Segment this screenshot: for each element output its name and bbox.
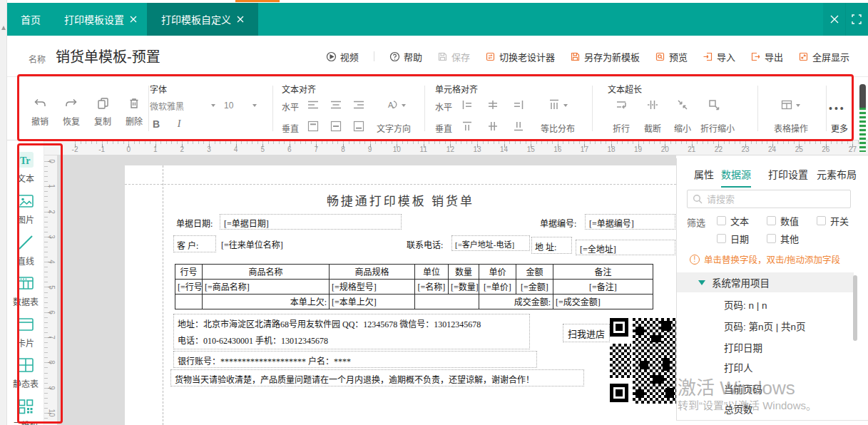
truncate-label[interactable]: 截断 bbox=[642, 122, 663, 134]
cell-align-right-button[interactable] bbox=[512, 98, 525, 111]
cell-unit[interactable]: [=名称] bbox=[415, 280, 449, 295]
tab-print-settings[interactable]: 打印设置 bbox=[768, 167, 808, 186]
wrap-shrink-label[interactable]: 折行缩小 bbox=[695, 122, 740, 134]
sidebar-item-data-table[interactable]: 数据表 bbox=[7, 274, 44, 307]
tab-close-icon[interactable] bbox=[237, 16, 244, 23]
bold-button[interactable]: B bbox=[150, 118, 163, 130]
cell-amount-value[interactable]: [=成交金额] bbox=[553, 295, 653, 309]
save-button[interactable]: 保存 bbox=[437, 50, 470, 63]
left-scroll-strip[interactable] bbox=[0, 0, 7, 425]
cell-align-left-button[interactable] bbox=[461, 98, 474, 111]
filter-date-checkbox[interactable]: 日期 bbox=[717, 232, 749, 245]
tab-home[interactable]: 首页 bbox=[7, 3, 54, 36]
italic-button[interactable]: I bbox=[173, 118, 185, 130]
export-button[interactable]: 导出 bbox=[750, 50, 783, 63]
table-operations-button[interactable] bbox=[780, 98, 793, 111]
template-title[interactable]: 畅捷通打印模板 销货单 bbox=[125, 191, 676, 209]
more-icon[interactable]: ••• bbox=[829, 103, 846, 114]
text-direction-label[interactable]: 文字方向 bbox=[372, 122, 415, 134]
shrink-button[interactable] bbox=[676, 98, 689, 111]
qr-caption[interactable]: 扫我进店 bbox=[563, 324, 610, 342]
filter-other-checkbox[interactable]: 其他 bbox=[767, 232, 799, 245]
chevron-down-icon[interactable] bbox=[796, 104, 800, 107]
cell-product-name[interactable]: [=商品名称] bbox=[203, 280, 330, 295]
qr-code[interactable] bbox=[610, 318, 676, 404]
wrap-button[interactable] bbox=[615, 98, 628, 111]
notice-line[interactable]: 货物当天请验收清楚，产品质量问题请在一个月内退换，逾期概不负责，还望谅解，谢谢合… bbox=[175, 373, 534, 386]
truncate-button[interactable] bbox=[646, 98, 659, 111]
cell-line-no[interactable]: [=行号] bbox=[175, 280, 203, 295]
sidebar-item-qrcode[interactable]: 二维码 bbox=[7, 397, 44, 425]
cell-owe-value[interactable]: [=本单上欠] bbox=[330, 295, 415, 309]
video-button[interactable]: 视频 bbox=[326, 50, 359, 63]
items-table-footer-row[interactable]: 本单上欠: [=本单上欠] 成交金额: [=成交金额] bbox=[175, 295, 653, 309]
field-item-printer[interactable]: 打印人 bbox=[724, 360, 753, 374]
maximize-button[interactable] bbox=[845, 3, 868, 36]
import-button[interactable]: 导入 bbox=[703, 50, 735, 63]
valign-bottom-button[interactable] bbox=[352, 120, 365, 133]
copy-button[interactable]: 复制 bbox=[87, 97, 118, 127]
valign-top-button[interactable] bbox=[307, 120, 320, 133]
field-item-page-of-pages[interactable]: 页码: 第n页 | 共n页 bbox=[724, 319, 806, 333]
tab-close-icon[interactable] bbox=[130, 16, 137, 23]
shrink-label[interactable]: 缩小 bbox=[672, 122, 693, 134]
items-table-field-row[interactable]: [=行号] [=商品名称] [=规格型号] [=名称] [=数量] [=单价] … bbox=[175, 280, 653, 295]
tab-data-source[interactable]: 数据源 bbox=[721, 167, 751, 188]
filter-text-checkbox[interactable]: 文本 bbox=[717, 214, 749, 227]
sidebar-item-image[interactable]: 图片 bbox=[7, 192, 44, 225]
filter-number-checkbox[interactable]: 数值 bbox=[767, 214, 799, 227]
field-search-box[interactable] bbox=[687, 190, 851, 208]
address-field-label[interactable]: 地 址: bbox=[531, 237, 572, 254]
tab-print-template-custom[interactable]: 打印模板自定义 bbox=[147, 3, 258, 36]
wrap-label[interactable]: 折行 bbox=[611, 122, 632, 134]
section-system-common-items[interactable]: 系统常用项目 bbox=[677, 272, 854, 292]
date-field-label[interactable]: 单据日期: bbox=[176, 217, 213, 230]
cell-valign-bottom-button[interactable] bbox=[512, 120, 525, 133]
customer-field-value[interactable]: [=往来单位名称] bbox=[221, 238, 283, 251]
distribute-evenly-label[interactable]: 等比分布 bbox=[536, 122, 579, 134]
phone-field-value[interactable]: [=客户地址-电话] bbox=[451, 235, 530, 251]
bank-account-line[interactable]: 银行账号：******************** 户名：**** bbox=[178, 354, 351, 367]
tab-properties[interactable]: 属性 bbox=[694, 167, 714, 186]
sidebar-item-text[interactable]: Tr 文本 bbox=[7, 150, 44, 184]
cell-remark[interactable]: [=备注] bbox=[553, 280, 653, 295]
template-paper[interactable]: 畅捷通打印模板 销货单 单据日期: [=单据日期] 单据编号: [=单据编号] … bbox=[125, 165, 676, 425]
valign-middle-button[interactable] bbox=[330, 120, 342, 133]
sidebar-item-line[interactable]: 直线 bbox=[7, 233, 44, 267]
company-phone-line[interactable]: 电话：010-62430001 手机：13012345678 bbox=[178, 334, 328, 347]
align-right-button[interactable] bbox=[352, 98, 365, 111]
text-direction-button[interactable]: A bbox=[387, 98, 399, 111]
preview-button[interactable]: 预览 bbox=[655, 50, 688, 63]
company-address-line[interactable]: 地址：北京市海淀区北清路68号用友软件园 QQ：12345678 微信号：130… bbox=[178, 317, 481, 330]
fullscreen-display-button[interactable]: 全屏显示 bbox=[798, 50, 849, 63]
customer-field-label[interactable]: 客 户: bbox=[173, 235, 216, 252]
font-size-select[interactable]: 10 bbox=[224, 98, 257, 113]
chevron-down-icon[interactable] bbox=[402, 104, 406, 107]
items-table[interactable]: 行号 商品名称 商品规格 单位 数量 单价 金额 备注 [=行号] [=商品名称… bbox=[175, 264, 653, 309]
sidebar-item-card[interactable]: 卡片 bbox=[7, 315, 44, 349]
scrollbar-thumb-top[interactable] bbox=[859, 84, 866, 108]
design-canvas[interactable]: » 畅捷通打印模板 销货单 单据日期: [=单据日期] 单据编号: [=单据编号… bbox=[57, 155, 676, 425]
cell-valign-middle-button[interactable] bbox=[486, 120, 499, 133]
tab-element-layout[interactable]: 元素布局 bbox=[817, 167, 857, 186]
address-field-value[interactable]: [=全地址] bbox=[576, 240, 675, 255]
delete-button[interactable]: 删除 bbox=[118, 97, 150, 127]
scrollbar-thumb-striped[interactable] bbox=[859, 108, 866, 152]
cell-amount-label[interactable]: 成交金额: bbox=[479, 295, 553, 309]
cell-product-spec[interactable]: [=规格型号] bbox=[330, 280, 415, 295]
wrap-shrink-button[interactable] bbox=[708, 98, 720, 111]
switch-designer-button[interactable]: 切换老设计器 bbox=[485, 50, 555, 63]
help-button[interactable]: 帮助 bbox=[389, 50, 422, 63]
table-operations-label[interactable]: 表格操作 bbox=[770, 122, 812, 134]
filter-switch-checkbox[interactable]: 开关 bbox=[817, 214, 849, 227]
order-no-field-label[interactable]: 单据编号: bbox=[540, 217, 576, 230]
tab-print-template-settings[interactable]: 打印模板设置 bbox=[54, 3, 147, 36]
cell-amount[interactable]: [=金额] bbox=[516, 280, 553, 295]
sidebar-item-static-table[interactable]: 静态表 bbox=[7, 356, 44, 389]
cell-valign-top-button[interactable] bbox=[461, 120, 474, 133]
field-item-page-n-n[interactable]: 页码: n | n bbox=[724, 297, 767, 312]
distribute-evenly-button[interactable] bbox=[548, 98, 561, 111]
save-as-new-template-button[interactable]: 另存为新模板 bbox=[570, 50, 640, 63]
cell-align-center-button[interactable] bbox=[486, 98, 499, 111]
cell-owe-label[interactable]: 本单上欠: bbox=[203, 295, 330, 309]
